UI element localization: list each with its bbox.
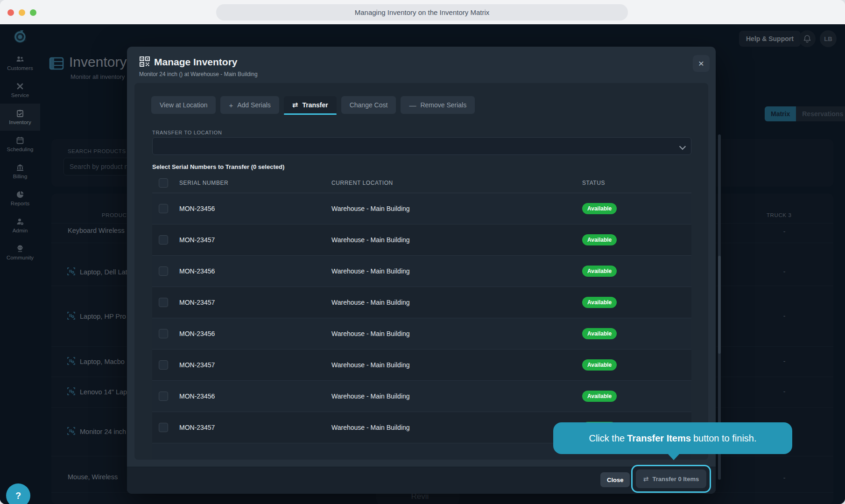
serial-row: MON-23457Warehouse - Main BuildingAvaila… bbox=[152, 224, 691, 256]
transfer-button-label: Transfer 0 Items bbox=[653, 476, 699, 483]
modal-title: Manage Inventory bbox=[154, 56, 238, 68]
serials-table-header: SERIAL NUMBER CURRENT LOCATION STATUS bbox=[152, 174, 691, 193]
tab-label: Transfer bbox=[302, 101, 328, 109]
status-badge: Available bbox=[582, 297, 617, 308]
help-fab[interactable]: ? bbox=[6, 483, 30, 504]
transfer-to-location-label: TRANSFER TO LOCATION bbox=[152, 130, 222, 135]
close-button[interactable]: Close bbox=[600, 472, 630, 487]
row-checkbox[interactable] bbox=[159, 204, 168, 213]
highlight-ring: ⇄ Transfer 0 Items bbox=[631, 465, 711, 493]
tour-tooltip: Click the Transfer Items button to finis… bbox=[553, 422, 792, 454]
tab-add-serials[interactable]: +Add Serials bbox=[220, 96, 279, 114]
row-checkbox[interactable] bbox=[159, 298, 168, 307]
row-checkbox[interactable] bbox=[159, 392, 168, 401]
zoom-window-button[interactable] bbox=[30, 9, 36, 16]
serial-number: MON-23456 bbox=[179, 267, 215, 275]
serials-caption: Select Serial Numbers to Transfer (0 sel… bbox=[152, 163, 284, 170]
tab-label: Remove Serials bbox=[420, 101, 466, 109]
serial-number: MON-23456 bbox=[179, 392, 215, 400]
modal-subtitle: Monitor 24 inch () at Warehouse - Main B… bbox=[139, 71, 258, 77]
transfer-icon: ⇄ bbox=[292, 101, 298, 109]
serial-number: MON-23457 bbox=[179, 361, 215, 369]
status-column: STATUS bbox=[582, 180, 605, 186]
tab-remove-serials[interactable]: —Remove Serials bbox=[401, 96, 475, 114]
scrollbar-thumb[interactable] bbox=[718, 256, 721, 354]
tab-label: Add Serials bbox=[237, 101, 271, 109]
row-checkbox[interactable] bbox=[159, 360, 168, 370]
serial-row: MON-23456Warehouse - Main BuildingAvaila… bbox=[152, 193, 691, 224]
serial-number: MON-23456 bbox=[179, 330, 215, 337]
serial-number: MON-23457 bbox=[179, 424, 215, 431]
current-location: Warehouse - Main Building bbox=[331, 267, 410, 275]
app-area: CustomersServiceInventorySchedulingBilli… bbox=[0, 24, 845, 504]
serial-row: MON-23457Warehouse - Main BuildingAvaila… bbox=[152, 350, 691, 381]
chevron-down-icon bbox=[679, 143, 686, 150]
current-location: Warehouse - Main Building bbox=[331, 361, 410, 369]
current-location: Warehouse - Main Building bbox=[331, 299, 410, 306]
window-title: Managing Inventory on the Inventory Matr… bbox=[216, 4, 628, 21]
transfer-icon: ⇄ bbox=[643, 475, 649, 483]
serial-row: MON-23456Warehouse - Main BuildingAvaila… bbox=[152, 256, 691, 287]
current-location: Warehouse - Main Building bbox=[331, 205, 410, 212]
modal-tabs: View at Location+Add Serials⇄TransferCha… bbox=[151, 96, 475, 114]
tab-transfer[interactable]: ⇄Transfer bbox=[284, 96, 337, 114]
qr-code-icon bbox=[139, 56, 150, 67]
current-location-column: CURRENT LOCATION bbox=[331, 180, 393, 186]
status-badge: Available bbox=[582, 266, 617, 277]
serial-row: MON-23456Warehouse - Main BuildingAvaila… bbox=[152, 381, 691, 412]
status-badge: Available bbox=[582, 234, 617, 245]
serial-number: MON-23457 bbox=[179, 299, 215, 306]
tooltip-prefix: Click the bbox=[589, 433, 625, 444]
serial-row: MON-23456Warehouse - Main BuildingAvaila… bbox=[152, 318, 691, 350]
serial-number: MON-23456 bbox=[179, 205, 215, 212]
tab-change-cost[interactable]: Change Cost bbox=[341, 96, 396, 114]
window-titlebar: Managing Inventory on the Inventory Matr… bbox=[0, 0, 845, 24]
modal-close-icon[interactable]: × bbox=[693, 55, 710, 72]
serial-row: MON-23457Warehouse - Main BuildingAvaila… bbox=[152, 287, 691, 318]
row-checkbox[interactable] bbox=[159, 235, 168, 245]
current-location: Warehouse - Main Building bbox=[331, 236, 410, 244]
tab-label: View at Location bbox=[160, 101, 207, 109]
current-location: Warehouse - Main Building bbox=[331, 392, 410, 400]
transfer-location-select[interactable] bbox=[152, 137, 691, 155]
status-badge: Available bbox=[582, 391, 617, 402]
transfer-items-button[interactable]: ⇄ Transfer 0 Items bbox=[636, 469, 706, 488]
app-window: Managing Inventory on the Inventory Matr… bbox=[0, 0, 845, 504]
status-badge: Available bbox=[582, 359, 617, 371]
tooltip-bold: Transfer Items bbox=[627, 433, 691, 444]
serial-number: MON-23457 bbox=[179, 236, 215, 244]
status-badge: Available bbox=[582, 203, 617, 214]
current-location: Warehouse - Main Building bbox=[331, 424, 410, 431]
serial-number-column: SERIAL NUMBER bbox=[179, 180, 228, 186]
row-checkbox[interactable] bbox=[159, 266, 168, 276]
tooltip-suffix: button to finish. bbox=[693, 433, 757, 444]
row-checkbox[interactable] bbox=[159, 423, 168, 432]
select-all-checkbox[interactable] bbox=[159, 178, 168, 188]
status-badge: Available bbox=[582, 328, 617, 339]
serials-table-rows: MON-23456Warehouse - Main BuildingAvaila… bbox=[152, 193, 691, 459]
minus-icon: — bbox=[409, 101, 416, 109]
modal-body: View at Location+Add Serials⇄TransferCha… bbox=[134, 83, 708, 460]
tab-label: Change Cost bbox=[350, 101, 388, 109]
tab-view-at-location[interactable]: View at Location bbox=[151, 96, 216, 114]
row-checkbox[interactable] bbox=[159, 329, 168, 338]
plus-icon: + bbox=[229, 101, 233, 109]
close-window-button[interactable] bbox=[7, 9, 14, 16]
minimize-window-button[interactable] bbox=[19, 9, 25, 16]
current-location: Warehouse - Main Building bbox=[331, 330, 410, 337]
